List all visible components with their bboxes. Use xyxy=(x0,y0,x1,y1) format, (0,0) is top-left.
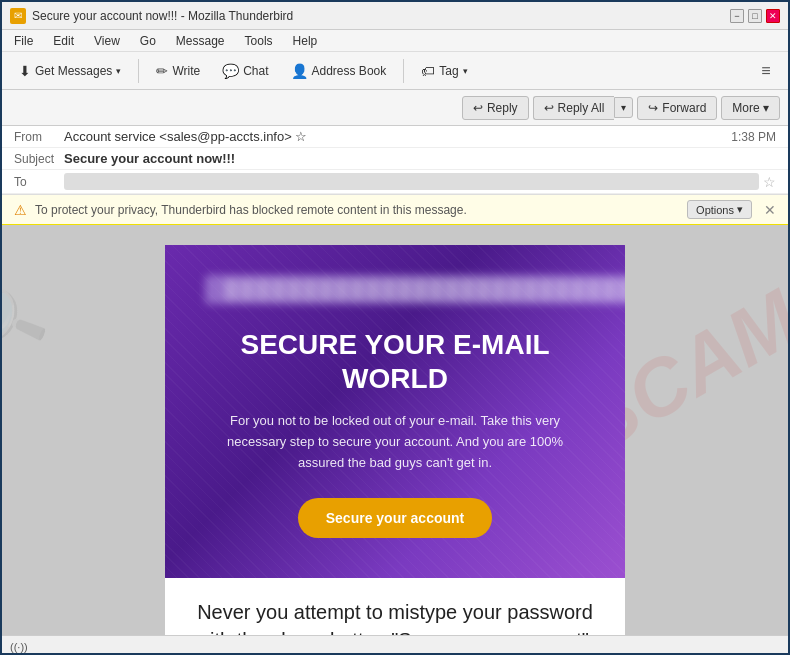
address-book-label: Address Book xyxy=(312,64,387,78)
chat-button[interactable]: 💬 Chat xyxy=(213,58,277,84)
subject-row: Subject Secure your account now!!! xyxy=(2,148,788,170)
write-label: Write xyxy=(172,64,200,78)
forward-icon: ↪ xyxy=(648,101,658,115)
options-chevron: ▾ xyxy=(737,203,743,216)
secure-account-button[interactable]: Secure your account xyxy=(298,498,493,538)
reply-all-label: Reply All xyxy=(558,101,605,115)
email-scroll-area[interactable]: 🔍 SCAM ████████████████████████████ SECU… xyxy=(2,225,788,635)
menu-bar: File Edit View Go Message Tools Help xyxy=(2,30,788,52)
status-bar: ((·)) xyxy=(2,635,788,655)
window-controls: − □ ✕ xyxy=(730,9,780,23)
toolbar-separator-2 xyxy=(403,59,404,83)
options-button[interactable]: Options ▾ xyxy=(687,200,752,219)
chat-icon: 💬 xyxy=(222,63,239,79)
email-header: From Account service <sales@pp-accts.inf… xyxy=(2,126,788,195)
tag-arrow: ▾ xyxy=(463,66,468,76)
forward-label: Forward xyxy=(662,101,706,115)
to-value: ████████████ xyxy=(64,173,759,190)
reply-button[interactable]: ↩ Reply xyxy=(462,96,529,120)
privacy-banner-text: To protect your privacy, Thunderbird has… xyxy=(35,203,679,217)
warning-icon: ⚠ xyxy=(14,202,27,218)
status-icon: ((·)) xyxy=(10,641,28,653)
close-banner-icon[interactable]: ✕ xyxy=(764,202,776,218)
title-bar: ✉ Secure your account now!!! - Mozilla T… xyxy=(2,2,788,30)
write-button[interactable]: ✏ Write xyxy=(147,58,209,84)
email-headline: SECURE YOUR E-MAIL WORLD xyxy=(205,328,585,395)
menu-view[interactable]: View xyxy=(90,32,124,50)
forward-button[interactable]: ↪ Forward xyxy=(637,96,717,120)
more-button[interactable]: More ▾ xyxy=(721,96,780,120)
toolbar-right: ≡ xyxy=(752,58,780,84)
from-label: From xyxy=(14,130,64,144)
options-label: Options xyxy=(696,204,734,216)
email-body-text: For you not to be locked out of your e-m… xyxy=(205,411,585,473)
toolbar-separator-1 xyxy=(138,59,139,83)
more-arrow: ▾ xyxy=(763,101,769,115)
reply-all-arrow[interactable]: ▾ xyxy=(614,97,633,118)
get-messages-button[interactable]: ⬇ Get Messages ▾ xyxy=(10,58,130,84)
get-messages-arrow: ▾ xyxy=(116,66,121,76)
email-content-card: ████████████████████████████ SECURE YOUR… xyxy=(165,245,625,615)
maximize-button[interactable]: □ xyxy=(748,9,762,23)
menu-help[interactable]: Help xyxy=(289,32,322,50)
below-banner-text: Never you attempt to mistype your passwo… xyxy=(195,598,595,635)
menu-file[interactable]: File xyxy=(10,32,37,50)
blurred-email-display: ████████████████████████████ xyxy=(205,275,625,304)
more-label: More xyxy=(732,101,759,115)
from-value: Account service <sales@pp-accts.info> ☆ xyxy=(64,129,731,144)
window-title: Secure your account now!!! - Mozilla Thu… xyxy=(32,9,730,23)
chat-label: Chat xyxy=(243,64,268,78)
to-label: To xyxy=(14,175,64,189)
menu-go[interactable]: Go xyxy=(136,32,160,50)
toolbar: ⬇ Get Messages ▾ ✏ Write 💬 Chat 👤 Addres… xyxy=(2,52,788,90)
reply-all-icon: ↩ xyxy=(544,101,554,115)
reply-label: Reply xyxy=(487,101,518,115)
tag-button[interactable]: 🏷 Tag ▾ xyxy=(412,58,476,84)
privacy-banner: ⚠ To protect your privacy, Thunderbird h… xyxy=(2,195,788,225)
get-messages-icon: ⬇ xyxy=(19,63,31,79)
to-row: To ████████████ ☆ xyxy=(2,170,788,194)
app-icon: ✉ xyxy=(10,8,26,24)
to-star-icon[interactable]: ☆ xyxy=(763,174,776,190)
address-book-icon: 👤 xyxy=(291,63,308,79)
reply-all-group: ↩ Reply All ▾ xyxy=(533,96,634,120)
reply-icon: ↩ xyxy=(473,101,483,115)
action-bar: ↩ Reply ↩ Reply All ▾ ↪ Forward More ▾ xyxy=(2,90,788,126)
menu-edit[interactable]: Edit xyxy=(49,32,78,50)
tag-icon: 🏷 xyxy=(421,63,435,79)
email-time: 1:38 PM xyxy=(731,130,776,144)
minimize-button[interactable]: − xyxy=(730,9,744,23)
subject-value: Secure your account now!!! xyxy=(64,151,776,166)
from-row: From Account service <sales@pp-accts.inf… xyxy=(2,126,788,148)
tag-label: Tag xyxy=(439,64,458,78)
watermark-text-1: 🔍 xyxy=(2,270,55,375)
main-window: ✉ Secure your account now!!! - Mozilla T… xyxy=(2,2,788,655)
address-book-button[interactable]: 👤 Address Book xyxy=(282,58,396,84)
reply-all-button[interactable]: ↩ Reply All xyxy=(533,96,615,120)
write-icon: ✏ xyxy=(156,63,168,79)
menu-tools[interactable]: Tools xyxy=(241,32,277,50)
below-banner-section: Never you attempt to mistype your passwo… xyxy=(165,578,625,635)
get-messages-label: Get Messages xyxy=(35,64,112,78)
close-button[interactable]: ✕ xyxy=(766,9,780,23)
toolbar-menu-icon[interactable]: ≡ xyxy=(752,58,780,84)
subject-label: Subject xyxy=(14,152,64,166)
menu-message[interactable]: Message xyxy=(172,32,229,50)
email-promo-banner: ████████████████████████████ SECURE YOUR… xyxy=(165,245,625,578)
